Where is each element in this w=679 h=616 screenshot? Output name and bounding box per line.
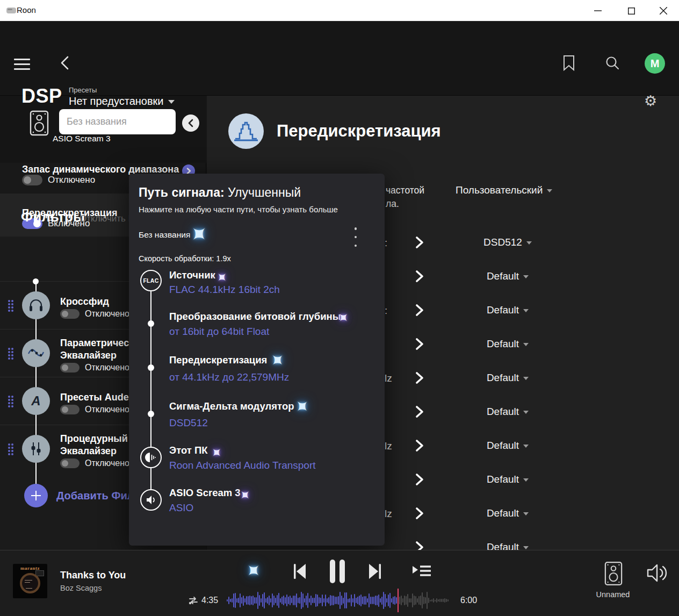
- mode-dropdown-value: Пользовательский: [456, 184, 543, 196]
- filter-toggle[interactable]: [60, 405, 80, 414]
- add-filter-label[interactable]: Добавить Филь: [56, 490, 141, 502]
- description-fragment: частотой: [386, 185, 424, 196]
- chevron-right-icon[interactable]: [415, 270, 424, 284]
- collapse-panel-button[interactable]: [182, 114, 199, 132]
- signal-step-detail[interactable]: Roon Advanced Audio Transport: [169, 460, 316, 471]
- minimize-button[interactable]: [586, 0, 610, 22]
- setting-label-fragment: :: [385, 237, 387, 249]
- chevron-down-icon: [523, 377, 529, 380]
- setting-dropdown[interactable]: Default: [462, 541, 553, 550]
- zone-speaker-icon[interactable]: [604, 561, 623, 586]
- signal-step-title[interactable]: Преобразование битовой глубины: [169, 311, 341, 323]
- setting-dropdown-value: Default: [487, 474, 519, 485]
- signal-path-subtitle: Нажмите на любую части пути, чтобы узнат…: [139, 205, 338, 214]
- headroom-toggle[interactable]: [22, 175, 42, 185]
- chevron-right-icon[interactable]: [415, 474, 424, 488]
- setting-dropdown[interactable]: Default: [462, 440, 553, 452]
- signal-path-quality: Улучшенный: [228, 185, 301, 199]
- signal-step-title[interactable]: Этот ПК: [169, 445, 208, 456]
- resampling-icon: [228, 113, 264, 149]
- setting-dropdown[interactable]: Default: [462, 270, 553, 282]
- chevron-right-icon[interactable]: [415, 237, 424, 250]
- preset-dropdown[interactable]: Нет предустановки: [69, 95, 175, 108]
- signal-step-dot: [148, 320, 154, 327]
- drag-handle-icon[interactable]: [8, 443, 13, 455]
- setting-label-fragment: lz: [385, 508, 392, 520]
- queue-icon[interactable]: [411, 564, 432, 579]
- presets-label: Пресеты: [69, 86, 97, 94]
- signal-step-detail[interactable]: DSD512: [169, 417, 208, 429]
- signal-path-title: Путь сигнала: Улучшенный: [139, 185, 301, 200]
- track-title[interactable]: Thanks to You: [60, 570, 126, 581]
- loop-icon[interactable]: [188, 596, 199, 605]
- add-filter-button[interactable]: [24, 484, 48, 507]
- kebab-menu-icon[interactable]: [351, 226, 360, 248]
- signal-step-detail[interactable]: от 16bit до 64bit Float: [169, 326, 269, 338]
- setting-dropdown[interactable]: Default: [462, 338, 553, 350]
- drag-handle-icon[interactable]: [8, 348, 13, 360]
- setting-label-fragment: lz: [385, 373, 392, 384]
- filter-toggle[interactable]: [60, 363, 80, 373]
- chevron-right-icon[interactable]: [415, 541, 424, 550]
- zone-name-input[interactable]: [59, 109, 176, 134]
- search-icon[interactable]: [605, 55, 620, 73]
- filter-toggle[interactable]: [60, 309, 80, 319]
- track-artist[interactable]: Boz Scaggs: [60, 584, 102, 592]
- drag-handle-icon[interactable]: [8, 300, 13, 312]
- album-art[interactable]: marantz: [13, 564, 47, 598]
- bookmark-icon[interactable]: [563, 55, 575, 73]
- playhead[interactable]: [398, 589, 399, 612]
- sliders-icon: [22, 435, 50, 463]
- mode-dropdown[interactable]: Пользовательский: [456, 184, 552, 196]
- signal-path-star-icon[interactable]: ✦: [241, 558, 266, 584]
- chevron-right-icon[interactable]: [415, 372, 424, 386]
- pause-button[interactable]: [327, 558, 348, 584]
- signal-step-title[interactable]: ASIO Scream 3: [169, 487, 241, 499]
- flac-badge-icon: FLAC: [140, 270, 162, 291]
- chevron-right-icon[interactable]: [415, 304, 424, 318]
- volume-icon[interactable]: [646, 562, 669, 584]
- disable-all-filters-link[interactable]: Отключить В: [80, 213, 134, 224]
- chevron-right-icon[interactable]: [415, 440, 424, 454]
- signal-step-detail[interactable]: FLAC 44.1kHz 16bit 2ch: [169, 284, 280, 296]
- signal-step-title[interactable]: Передискретизация: [169, 354, 267, 366]
- setting-dropdown[interactable]: Default: [462, 372, 553, 384]
- chevron-right-icon[interactable]: [415, 406, 424, 420]
- filter-label: Процедурный: [60, 433, 128, 445]
- setting-label-fragment: lz: [385, 440, 392, 452]
- close-button[interactable]: [651, 0, 676, 22]
- filter-toggle[interactable]: [60, 459, 80, 468]
- setting-dropdown[interactable]: DSD512: [462, 237, 553, 248]
- maximize-button[interactable]: [619, 0, 644, 22]
- app-header: M DSP Пресеты Нет предустановки ⚙: [0, 22, 679, 96]
- signal-step-dot: [148, 411, 154, 417]
- next-track-button[interactable]: [367, 563, 382, 580]
- chevron-down-icon: [523, 343, 529, 346]
- signal-step-detail[interactable]: ASIO: [169, 502, 193, 514]
- back-icon[interactable]: [59, 55, 71, 73]
- setting-dropdown[interactable]: Default: [462, 507, 553, 519]
- signal-step-title[interactable]: Источник: [169, 269, 215, 281]
- signal-step-detail[interactable]: от 44.1kHz до 22,579MHz: [169, 371, 289, 383]
- settings-gear-icon[interactable]: ⚙: [644, 92, 657, 110]
- sidebar-signal-line-dot: [33, 278, 39, 284]
- roon-app-icon: [6, 8, 16, 13]
- setting-dropdown[interactable]: Default: [462, 406, 553, 418]
- filter-label-line2: Эквалайзер: [60, 446, 117, 457]
- signal-step-title[interactable]: Сигма-Дельта модулятор: [169, 400, 294, 412]
- headroom-state: Отключено: [48, 175, 95, 185]
- audeze-icon: A: [22, 387, 50, 415]
- setting-dropdown[interactable]: Default: [462, 304, 553, 316]
- chevron-right-icon[interactable]: [415, 338, 424, 352]
- signal-path-popup: Путь сигнала: Улучшенный Нажмите на любу…: [129, 174, 385, 546]
- signal-step-dot: [148, 364, 154, 371]
- drag-handle-icon[interactable]: [8, 396, 13, 407]
- setting-dropdown[interactable]: Default: [462, 474, 553, 485]
- avatar[interactable]: M: [645, 53, 665, 74]
- menu-icon[interactable]: [14, 55, 30, 73]
- chevron-right-icon[interactable]: [415, 507, 424, 521]
- headphones-icon: [22, 291, 50, 319]
- waveform[interactable]: [227, 590, 450, 611]
- zone-name[interactable]: Unnamed: [589, 590, 637, 599]
- previous-track-button[interactable]: [292, 563, 307, 580]
